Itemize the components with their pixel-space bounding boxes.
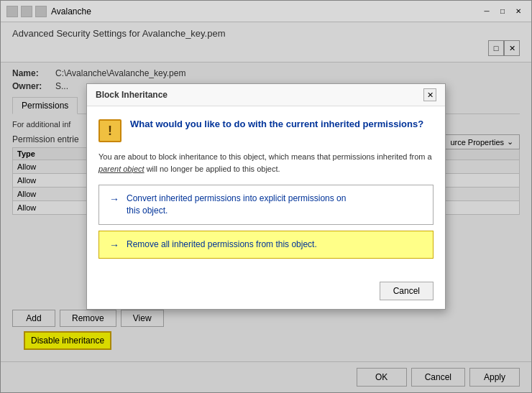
modal-title: Block Inheritance: [96, 90, 168, 100]
arrow-icon-2: →: [109, 239, 119, 251]
modal-question-row: ! What would you like to do with the cur…: [98, 118, 434, 142]
modal-footer: Cancel: [87, 276, 445, 309]
option2-text: Remove all inherited permissions from th…: [127, 239, 317, 251]
modal-option-convert[interactable]: → Convert inherited permissions into exp…: [98, 185, 434, 225]
warning-icon: !: [98, 119, 121, 142]
modal-overlay: Block Inheritance ✕ ! What would you lik…: [0, 0, 532, 393]
arrow-icon-1: →: [109, 193, 119, 205]
option1-text: Convert inherited permissions into expli…: [127, 193, 346, 217]
modal-option-remove[interactable]: → Remove all inherited permissions from …: [98, 231, 434, 259]
modal-description: You are about to block inheritance to th…: [98, 151, 434, 175]
modal-cancel-button[interactable]: Cancel: [380, 282, 434, 300]
modal-titlebar: Block Inheritance ✕: [87, 84, 445, 106]
modal-question-text: What would you like to do with the curre…: [130, 118, 423, 131]
modal-body: ! What would you like to do with the cur…: [87, 106, 445, 276]
modal-close-button[interactable]: ✕: [423, 88, 436, 101]
main-window: Avalanche ─ □ ✕ Advanced Security Settin…: [0, 0, 532, 393]
block-inheritance-modal: Block Inheritance ✕ ! What would you lik…: [86, 83, 446, 310]
